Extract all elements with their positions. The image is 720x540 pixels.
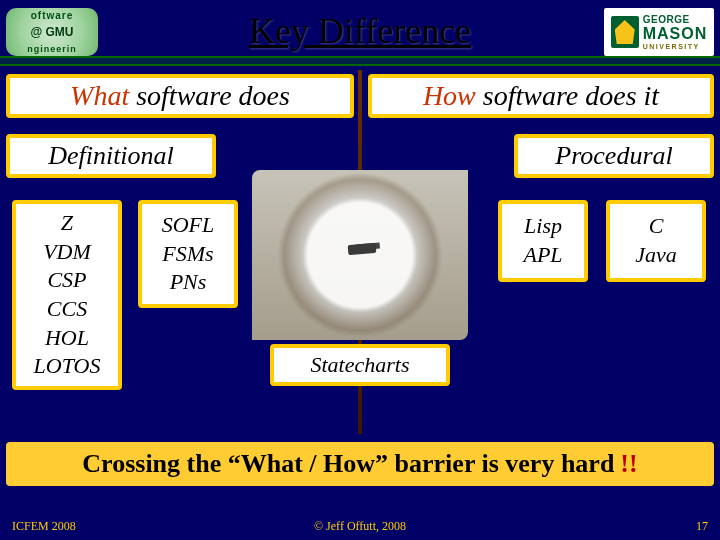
box-what-rest: software does <box>129 80 290 111</box>
title-rule <box>0 56 720 66</box>
crossing-bar: Crossing the “What / How” barrier is ver… <box>6 442 714 486</box>
box-c-java: C Java <box>606 200 706 282</box>
box-definitional: Definitional <box>6 134 216 178</box>
aircraft-icon <box>348 243 377 255</box>
box-what-red: What <box>70 80 129 111</box>
gmu-logo: GEORGE MASON UNIVERSITY <box>604 8 714 56</box>
slide: oftware @ GMU ngineerin Key Difference G… <box>0 0 720 540</box>
box-what: What software does <box>6 74 354 118</box>
box-procedural: Procedural <box>514 134 714 178</box>
sonic-boom-photo <box>252 170 468 340</box>
box-how-red: How <box>423 80 476 111</box>
footer: ICFEM 2008 © Jeff Offutt, 2008 17 <box>0 519 720 534</box>
gmu-logo-line1: GEORGE <box>643 14 708 25</box>
crossing-text: Crossing the “What / How” barrier is ver… <box>82 449 614 479</box>
box-formal-methods-list: Z VDM CSP CCS HOL LOTOS <box>12 200 122 390</box>
gmu-logo-line3: UNIVERSITY <box>643 43 708 50</box>
gmu-shield-icon <box>611 16 639 48</box>
box-how: How software does it <box>368 74 714 118</box>
footer-center: © Jeff Offutt, 2008 <box>0 519 720 534</box>
box-lisp-apl: Lisp APL <box>498 200 588 282</box>
box-how-rest: software does it <box>476 80 659 111</box>
gmu-logo-text: GEORGE MASON UNIVERSITY <box>643 14 708 50</box>
crossing-punch: !! <box>620 449 637 479</box>
box-sofl-list: SOFL FSMs PNs <box>138 200 238 308</box>
gmu-logo-line2: MASON <box>643 25 708 43</box>
title-bar: oftware @ GMU ngineerin Key Difference G… <box>0 6 720 60</box>
box-statecharts: Statecharts <box>270 344 450 386</box>
